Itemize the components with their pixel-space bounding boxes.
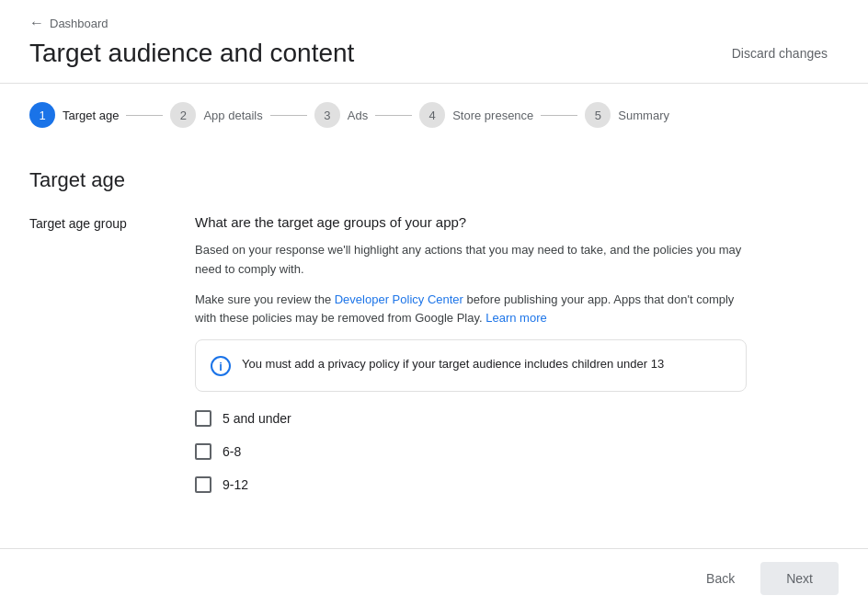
checkbox-label-9-12: 9-12 [223,477,248,492]
step-3-number: 3 [324,109,330,122]
next-button[interactable]: Next [760,562,839,595]
step-3-circle: 3 [314,102,340,128]
section-title: Target age [29,168,839,192]
step-2-number: 2 [180,109,187,122]
checkbox-6-8[interactable] [195,443,211,460]
step-4-circle: 4 [419,102,445,128]
checkbox-5-under[interactable] [195,410,211,427]
step-5[interactable]: 5 Summary [585,102,669,128]
step-1-circle: 1 [29,102,55,128]
info-icon: i [211,356,231,376]
step-connector-1 [126,115,163,116]
step-1[interactable]: 1 Target age [29,102,119,128]
step-3-label: Ads [348,109,368,122]
stepper: 1 Target age 2 App details 3 Ads 4 Store… [0,84,868,146]
page-title-row: Target audience and content Discard chan… [29,39,839,68]
step-5-circle: 5 [585,102,611,128]
checkbox-item-6-8[interactable]: 6-8 [195,443,747,460]
back-button[interactable]: Back [691,564,749,593]
discard-changes-button[interactable]: Discard changes [721,39,839,68]
checkbox-group: 5 and under 6-8 9-12 [195,410,747,493]
step-5-number: 5 [595,109,601,122]
checkbox-label-5-under: 5 and under [223,411,291,426]
developer-policy-center-link[interactable]: Developer Policy Center [335,292,463,306]
checkbox-item-5-under[interactable]: 5 and under [195,410,747,427]
question-title: What are the target age groups of your a… [195,214,747,230]
step-4[interactable]: 4 Store presence [419,102,533,128]
description-2: Make sure you review the Developer Polic… [195,291,747,329]
breadcrumb-label: Dashboard [50,17,108,30]
info-box-text: You must add a privacy policy if your ta… [242,355,664,374]
breadcrumb[interactable]: ← Dashboard [29,15,839,31]
learn-more-link[interactable]: Learn more [485,311,546,325]
step-connector-4 [541,115,577,116]
checkbox-9-12[interactable] [195,476,211,493]
step-1-number: 1 [39,109,45,122]
footer: Back Next [0,548,868,607]
step-1-label: Target age [63,109,119,122]
step-3[interactable]: 3 Ads [314,102,368,128]
checkbox-item-9-12[interactable]: 9-12 [195,476,747,493]
form-row: Target age group What are the target age… [29,214,839,493]
form-content: What are the target age groups of your a… [195,214,747,493]
info-box: i You must add a privacy policy if your … [195,339,747,392]
step-5-label: Summary [618,109,669,122]
step-connector-2 [270,115,307,116]
step-connector-3 [375,115,412,116]
main-content: Target age Target age group What are the… [0,146,868,548]
back-arrow-icon: ← [29,15,44,31]
description-2-pre: Make sure you review the [195,292,335,306]
page-title: Target audience and content [29,39,354,68]
step-2[interactable]: 2 App details [170,102,262,128]
description-1: Based on your response we'll highlight a… [195,241,747,280]
step-2-circle: 2 [170,102,196,128]
step-2-label: App details [203,109,262,122]
step-4-number: 4 [429,109,436,122]
form-label: Target age group [29,214,158,231]
step-4-label: Store presence [452,109,533,122]
checkbox-label-6-8: 6-8 [223,444,241,459]
header: ← Dashboard Target audience and content … [0,0,868,83]
